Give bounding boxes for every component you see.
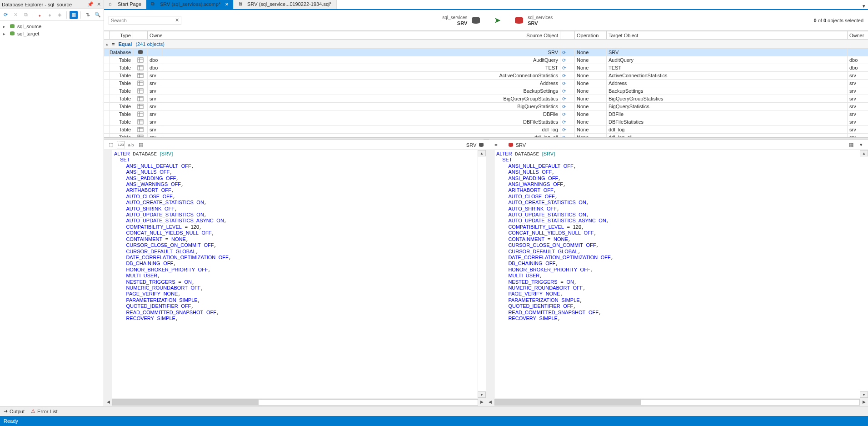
operation-icon[interactable]: ⟳ bbox=[560, 64, 575, 71]
document-tab[interactable]: 🗎SRV (sql_service...0190222-1934.sql* bbox=[234, 0, 337, 9]
nav-up-icon[interactable]: ▲ bbox=[478, 150, 486, 156]
grid-data-row[interactable]: TablesrvAddress⟳NoneAddresssrv bbox=[104, 80, 868, 87]
sort-icon[interactable]: ⇅ bbox=[84, 11, 92, 19]
refresh-icon[interactable]: ⟳ bbox=[2, 11, 10, 19]
row-check[interactable] bbox=[104, 95, 110, 102]
scroll-right-icon[interactable]: ▶ bbox=[478, 398, 486, 406]
disconnect-icon[interactable]: ✕ bbox=[12, 11, 20, 19]
grid-header-type[interactable]: Type bbox=[110, 31, 133, 39]
tab-overflow-icon[interactable]: ▾ bbox=[860, 3, 868, 9]
source-db-indicator[interactable]: sql_services SRV bbox=[442, 15, 481, 26]
document-tab[interactable]: ⧉SRV (sql_services).scomp*✕ bbox=[146, 0, 234, 9]
operation-icon[interactable]: ⟳ bbox=[560, 72, 575, 79]
grid-header-check[interactable] bbox=[104, 31, 110, 39]
operation-icon[interactable]: ⟳ bbox=[560, 134, 575, 137]
nav-up-icon[interactable]: ▲ bbox=[860, 150, 868, 156]
operation-icon[interactable]: ⟳ bbox=[560, 126, 575, 133]
tree-item[interactable]: ▸ sql_source bbox=[1, 23, 103, 30]
sync-direction-icon[interactable]: ➤ bbox=[494, 16, 500, 25]
svg-rect-26 bbox=[138, 112, 143, 116]
row-check[interactable] bbox=[104, 110, 110, 118]
row-check[interactable] bbox=[104, 134, 110, 137]
search-tree-icon[interactable]: 🔍 bbox=[94, 11, 102, 19]
explorer-tree: ▸ sql_source ▸ sql_target bbox=[0, 21, 104, 406]
tree-item[interactable]: ▸ sql_target bbox=[1, 30, 103, 37]
right-change-nav[interactable]: ▲ ▼ bbox=[860, 150, 868, 398]
next-diff-icon[interactable]: 123 bbox=[117, 141, 125, 149]
grid-header-target[interactable]: Target Object bbox=[607, 31, 848, 39]
grid-data-row[interactable]: TablesrvBackupSettings⟳NoneBackupSetting… bbox=[104, 87, 868, 95]
row-check[interactable] bbox=[104, 103, 110, 110]
prev-diff-icon[interactable]: ⬚ bbox=[107, 141, 115, 149]
cell-operation: None bbox=[575, 72, 607, 79]
database-icon bbox=[478, 142, 484, 148]
operation-icon[interactable]: ⟳ bbox=[560, 103, 575, 110]
close-tab-icon[interactable]: ✕ bbox=[225, 2, 229, 7]
grid-data-row[interactable]: Tablesrvddl_log⟳Noneddl_logsrv bbox=[104, 126, 868, 134]
nav-down-icon[interactable]: ▼ bbox=[860, 391, 868, 398]
grid-data-row[interactable]: TablesrvBigQueryStatistics⟳NoneBigQueryS… bbox=[104, 103, 868, 110]
collapse-icon[interactable]: ▴ bbox=[106, 42, 108, 46]
expand-icon[interactable]: ▸ bbox=[3, 24, 7, 30]
filter-icon[interactable]: ♦ bbox=[46, 11, 54, 19]
scroll-right-icon[interactable]: ▶ bbox=[860, 398, 868, 406]
grid-data-row[interactable]: TablesrvActiveConnectionStatistics⟳NoneA… bbox=[104, 72, 868, 80]
svg-rect-11 bbox=[138, 73, 143, 78]
row-check[interactable] bbox=[104, 87, 110, 95]
grid-header-source[interactable]: Source Object bbox=[162, 31, 560, 39]
grid-data-row[interactable]: DatabaseSRV⟳NoneSRV bbox=[104, 49, 868, 56]
operation-icon[interactable]: ⟳ bbox=[560, 87, 575, 95]
new-connection-icon[interactable]: ⬥ bbox=[36, 11, 44, 19]
operation-icon[interactable]: ⟳ bbox=[560, 110, 575, 118]
search-input[interactable] bbox=[111, 18, 175, 23]
output-tab[interactable]: ➜ Output bbox=[4, 408, 25, 414]
row-check[interactable] bbox=[104, 118, 110, 125]
grid-data-row[interactable]: TablesrvDBFileStatistics⟳NoneDBFileStati… bbox=[104, 118, 868, 126]
scroll-left-icon[interactable]: ◀ bbox=[104, 398, 112, 406]
error-list-tab[interactable]: ⚠ Error List bbox=[31, 408, 58, 414]
grid-data-row[interactable]: TablesrvBigQueryGroupStatistics⟳NoneBigQ… bbox=[104, 95, 868, 103]
grid-data-row[interactable]: TablesrvDBFile⟳NoneDBFilesrv bbox=[104, 110, 868, 118]
left-change-nav[interactable]: ▲ ▼ bbox=[478, 150, 486, 398]
grid-group-row[interactable]: ▴ = Equal (241 objects) bbox=[104, 40, 868, 49]
operation-icon[interactable]: ⟳ bbox=[560, 95, 575, 102]
search-input-container[interactable]: ✕ bbox=[109, 16, 181, 25]
view-mode-icon[interactable]: ▦ bbox=[70, 11, 78, 19]
close-icon[interactable]: ✕ bbox=[95, 1, 102, 8]
target-db-indicator[interactable]: sql_services SRV bbox=[514, 15, 553, 26]
grid-header-operation[interactable]: Operation bbox=[575, 31, 607, 39]
grid-data-row[interactable]: TabledboAuditQuery⟳NoneAuditQuerydbo bbox=[104, 56, 868, 64]
row-check[interactable] bbox=[104, 80, 110, 87]
cell-type: Table bbox=[110, 126, 133, 133]
operation-icon[interactable]: ⟳ bbox=[560, 80, 575, 87]
scroll-left-icon[interactable]: ◀ bbox=[486, 398, 494, 406]
cell-target: AuditQuery bbox=[607, 56, 848, 64]
diff-right-code[interactable]: ALTER DATABASE [SRV] SET ANSI_NULL_DEFAU… bbox=[494, 150, 860, 398]
options-icon[interactable]: ▤ bbox=[137, 141, 145, 149]
operation-icon[interactable]: ⟳ bbox=[560, 56, 575, 64]
diff-view-table-icon[interactable]: ▦ bbox=[847, 141, 855, 149]
copy-icon[interactable]: ⧉ bbox=[22, 11, 30, 19]
grid-data-row[interactable]: TabledboTEST⟳NoneTESTdbo bbox=[104, 64, 868, 72]
diff-view-menu-icon[interactable]: ▾ bbox=[857, 141, 865, 149]
right-hscroll[interactable] bbox=[494, 398, 860, 406]
operation-icon[interactable]: ⟳ bbox=[560, 49, 575, 56]
nav-down-icon[interactable]: ▼ bbox=[478, 391, 486, 398]
expand-icon[interactable]: ▸ bbox=[3, 31, 7, 37]
left-hscroll[interactable] bbox=[112, 398, 478, 406]
row-check[interactable] bbox=[104, 49, 110, 56]
clear-search-icon[interactable]: ✕ bbox=[175, 17, 179, 23]
diff-left-code[interactable]: ALTER DATABASE [SRV] SET ANSI_NULL_DEFAU… bbox=[112, 150, 478, 398]
row-check[interactable] bbox=[104, 126, 110, 133]
document-tab[interactable]: ⌂Start Page bbox=[104, 0, 146, 9]
show-diff-icon[interactable]: a·b bbox=[127, 141, 135, 149]
grid-header-owner2[interactable]: Owner bbox=[848, 31, 868, 39]
row-check[interactable] bbox=[104, 72, 110, 79]
pin-icon[interactable]: 📌 bbox=[87, 1, 94, 8]
grid-header-owner[interactable]: Owner bbox=[148, 31, 162, 39]
cell-target: ddl_log_all bbox=[607, 134, 848, 137]
operation-icon[interactable]: ⟳ bbox=[560, 118, 575, 125]
row-check[interactable] bbox=[104, 56, 110, 64]
filter2-icon[interactable]: ◈ bbox=[55, 11, 64, 19]
row-check[interactable] bbox=[104, 64, 110, 71]
